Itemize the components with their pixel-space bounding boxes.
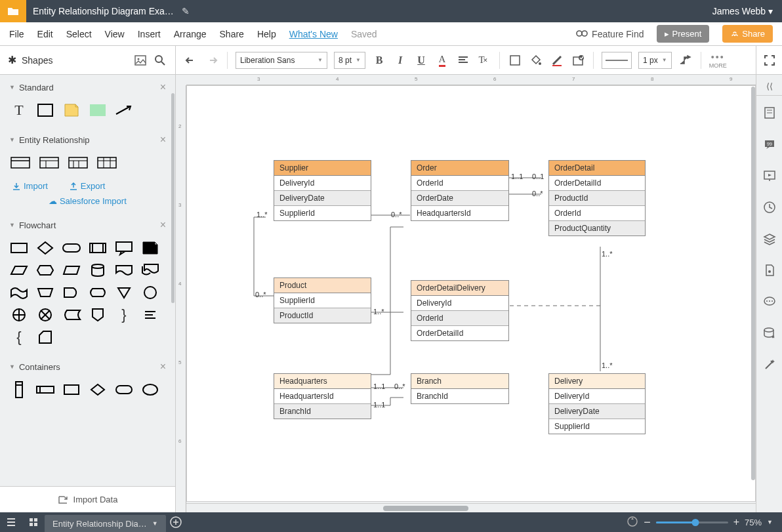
table-product[interactable]: Product SupplierId ProductId	[274, 277, 371, 323]
menu-whats-new[interactable]: What's New	[289, 29, 338, 39]
cont-diamond[interactable]	[88, 382, 108, 398]
dock-magic-icon[interactable]	[756, 350, 783, 379]
table-orderdetaildelivery[interactable]: OrderDetailDelivery DeliveryId OrderId O…	[411, 280, 509, 341]
panel-flowchart-header[interactable]: ▼Flowchart×	[0, 213, 175, 237]
table-branch[interactable]: Branch BranchId	[411, 373, 509, 404]
fontsize-select[interactable]: 8 pt	[334, 52, 365, 69]
bold-button[interactable]: B	[372, 53, 386, 68]
fc-storage[interactable]	[62, 307, 81, 323]
add-page-button[interactable]	[166, 516, 186, 528]
border-button[interactable]	[550, 53, 564, 68]
import-data-button[interactable]: Import Data	[0, 486, 175, 512]
arrow-shape[interactable]	[114, 102, 134, 118]
align-button[interactable]	[456, 53, 470, 68]
font-select[interactable]: Liberation Sans	[236, 52, 327, 69]
fc-or[interactable]	[35, 307, 55, 323]
close-icon[interactable]: ×	[160, 219, 166, 231]
fc-rect[interactable]	[9, 240, 29, 256]
search-icon[interactable]	[153, 53, 167, 68]
folder-icon[interactable]	[0, 0, 26, 22]
rect-shape[interactable]	[35, 102, 55, 118]
er-table-3[interactable]	[67, 155, 89, 171]
fc-trap[interactable]	[9, 262, 29, 278]
share-button[interactable]: Share	[722, 25, 773, 43]
pencil-icon[interactable]: ✎	[182, 6, 190, 16]
dock-history-icon[interactable]	[756, 193, 783, 222]
autosync-icon[interactable]	[627, 516, 638, 529]
menu-edit[interactable]: Edit	[37, 29, 53, 39]
fc-brace-r[interactable]: }	[114, 307, 134, 323]
fc-offpage[interactable]	[88, 307, 108, 323]
dock-notes-icon[interactable]	[756, 98, 783, 127]
fc-hex[interactable]	[35, 262, 55, 278]
undo-icon[interactable]	[184, 53, 198, 68]
dock-layers-icon[interactable]	[756, 224, 783, 253]
dock-comment-icon[interactable]: 99	[756, 130, 783, 159]
menu-file[interactable]: File	[9, 29, 24, 39]
fc-card[interactable]	[35, 329, 55, 345]
table-order[interactable]: Order OrderId OrderDate HeadquartersId	[411, 160, 509, 221]
close-icon[interactable]: ×	[160, 134, 166, 146]
fill-button[interactable]	[529, 53, 543, 68]
salesforce-import-button[interactable]: ☁ Salesforce Import	[0, 196, 175, 213]
panel-standard-header[interactable]: ▼Standard×	[0, 75, 175, 100]
fc-doc[interactable]	[114, 262, 134, 278]
zoom-in-button[interactable]: +	[733, 516, 739, 528]
line-route-button[interactable]	[678, 53, 693, 68]
line-style-select[interactable]	[602, 52, 632, 69]
fc-manual[interactable]	[35, 285, 55, 300]
panel-er-header[interactable]: ▼Entity Relationship×	[0, 127, 175, 152]
text-color-button[interactable]: A	[435, 53, 449, 68]
menu-insert[interactable]: Insert	[138, 29, 161, 39]
fc-note[interactable]	[140, 240, 160, 256]
table-headquarters[interactable]: Headquarters HeadquartersId BranchId	[274, 373, 371, 419]
grid-icon[interactable]	[22, 512, 45, 532]
fc-db[interactable]	[88, 262, 108, 278]
redo-icon[interactable]	[205, 53, 219, 68]
er-export-button[interactable]: Export	[69, 181, 106, 191]
er-import-button[interactable]: Import	[12, 181, 48, 191]
panel-containers-header[interactable]: ▼Containers×	[0, 354, 175, 379]
close-icon[interactable]: ×	[160, 81, 166, 93]
dock-chat-icon[interactable]	[756, 287, 783, 316]
shape-style-button[interactable]	[571, 53, 585, 68]
fc-sum[interactable]	[9, 307, 29, 323]
zoom-value[interactable]: 75%	[745, 518, 762, 527]
user-menu[interactable]: James Webb ▾	[703, 6, 782, 16]
fc-extract[interactable]	[114, 285, 134, 300]
note-shape[interactable]	[62, 102, 81, 118]
line-width-select[interactable]: 1 px	[638, 52, 672, 69]
er-table-2[interactable]	[38, 155, 60, 171]
fc-brace-l[interactable]: {	[9, 329, 29, 345]
cont-rect[interactable]	[62, 382, 81, 398]
menu-view[interactable]: View	[105, 29, 125, 39]
canvas[interactable]: Supplier DeliveryId DeliveryDate Supplie…	[186, 85, 756, 502]
fc-delay[interactable]	[62, 285, 81, 300]
fc-tape[interactable]	[9, 285, 29, 300]
dock-data-icon[interactable]	[756, 319, 783, 348]
cont-pill[interactable]	[114, 382, 134, 398]
shape-button[interactable]	[508, 53, 522, 68]
present-button[interactable]: ▸ Present	[657, 25, 709, 43]
fc-display[interactable]	[88, 285, 108, 300]
document-title[interactable]: Entity Relationship Diagram Exa… ✎	[26, 6, 703, 16]
zoom-slider[interactable]	[656, 522, 728, 523]
table-delivery[interactable]: Delivery DeliveryId DeliveryDate Supplie…	[548, 373, 646, 434]
clear-format-button[interactable]: T✕	[477, 53, 491, 68]
block-shape[interactable]	[88, 102, 108, 118]
dock-page-icon[interactable]	[756, 256, 783, 285]
canvas-vscrollbar-thumb[interactable]	[751, 87, 755, 480]
fc-multidoc[interactable]	[140, 262, 160, 278]
close-icon[interactable]: ×	[160, 361, 166, 373]
menu-select[interactable]: Select	[66, 29, 92, 39]
hscroll-thumb[interactable]	[383, 506, 468, 511]
page-tab[interactable]: Entity Relationship Dia…▼	[45, 515, 166, 532]
italic-button[interactable]: I	[393, 53, 407, 68]
sidebar-scrollbar-thumb[interactable]	[171, 93, 175, 303]
fc-terminator[interactable]	[62, 240, 81, 256]
er-table-4[interactable]	[96, 155, 118, 171]
underline-button[interactable]: U	[414, 53, 428, 68]
cont-lane-h[interactable]	[35, 382, 55, 398]
cont-ellipse[interactable]	[140, 382, 160, 398]
table-supplier[interactable]: Supplier DeliveryId DeliveryDate Supplie…	[274, 160, 371, 221]
